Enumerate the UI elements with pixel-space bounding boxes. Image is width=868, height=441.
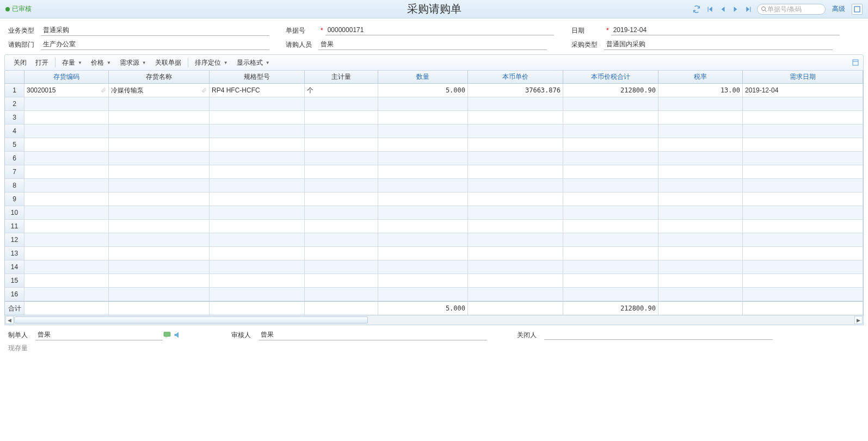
- cell-price[interactable]: [468, 206, 563, 219]
- cell-code[interactable]: [24, 192, 109, 206]
- cell-price[interactable]: [468, 260, 563, 274]
- header-name[interactable]: 存货名称: [109, 71, 210, 83]
- cell-qty[interactable]: [378, 125, 468, 138]
- cell-price[interactable]: [468, 179, 563, 192]
- header-qty[interactable]: 数量: [378, 71, 468, 83]
- cell-spec[interactable]: [210, 192, 305, 206]
- tb-sort[interactable]: 排序定位▼: [190, 57, 232, 69]
- scroll-left-icon[interactable]: ◀: [5, 316, 14, 324]
- cell-price[interactable]: [468, 192, 563, 206]
- cell-total[interactable]: [563, 138, 658, 151]
- cell-tax[interactable]: [658, 125, 743, 138]
- cell-tax[interactable]: [658, 192, 743, 206]
- cell-qty[interactable]: [378, 152, 468, 165]
- cell-name[interactable]: [109, 233, 210, 246]
- cell-name[interactable]: [109, 247, 210, 260]
- cell-tax[interactable]: [658, 165, 743, 178]
- cell-spec[interactable]: [210, 152, 305, 165]
- field-value[interactable]: 曾果: [318, 39, 547, 50]
- cell-unit[interactable]: [305, 111, 378, 124]
- cell-spec[interactable]: [210, 125, 305, 138]
- cell-qty[interactable]: [378, 260, 468, 274]
- tb-open[interactable]: 打开: [31, 57, 53, 69]
- field-value[interactable]: 曾果: [258, 330, 487, 340]
- expand-grid-icon[interactable]: [851, 58, 860, 67]
- cell-date[interactable]: [743, 125, 863, 138]
- cell-total[interactable]: [563, 179, 658, 192]
- cell-total[interactable]: [563, 97, 658, 110]
- cell-unit[interactable]: [305, 138, 378, 151]
- cell-qty[interactable]: [378, 247, 468, 260]
- field-value[interactable]: 普通国内采购: [604, 39, 833, 50]
- table-row[interactable]: 9: [5, 192, 863, 206]
- cell-date[interactable]: [743, 288, 863, 301]
- cell-tax[interactable]: [658, 152, 743, 165]
- cell-total[interactable]: [563, 111, 658, 124]
- cell-code[interactable]: [24, 260, 109, 274]
- cell-total[interactable]: [563, 274, 658, 287]
- cell-spec[interactable]: [210, 274, 305, 287]
- cell-spec[interactable]: [210, 220, 305, 233]
- cell-total[interactable]: [563, 192, 658, 206]
- cell-unit[interactable]: [305, 125, 378, 138]
- cell-qty[interactable]: [378, 206, 468, 219]
- cell-name[interactable]: [109, 206, 210, 219]
- scroll-right-icon[interactable]: ▶: [854, 316, 863, 324]
- cell-code[interactable]: [24, 247, 109, 260]
- cell-name[interactable]: [109, 138, 210, 151]
- cell-qty[interactable]: [378, 111, 468, 124]
- cell-tax[interactable]: [658, 97, 743, 110]
- header-unit[interactable]: 主计量: [305, 71, 378, 83]
- first-record-icon[interactable]: [705, 4, 715, 14]
- table-row[interactable]: 130020015冷媒传输泵RP4 HFC-HCFC个5.00037663.87…: [5, 84, 863, 97]
- cell-name[interactable]: [109, 288, 210, 301]
- cell-spec[interactable]: [210, 138, 305, 151]
- cell-unit[interactable]: [305, 152, 378, 165]
- cell-qty[interactable]: [378, 233, 468, 246]
- cell-date[interactable]: [743, 247, 863, 260]
- cell-tax[interactable]: [658, 233, 743, 246]
- table-row[interactable]: 11: [5, 220, 863, 233]
- cell-unit[interactable]: [305, 192, 378, 206]
- cell-date[interactable]: [743, 165, 863, 178]
- cell-unit[interactable]: [305, 97, 378, 110]
- cell-unit[interactable]: [305, 220, 378, 233]
- cell-unit[interactable]: [305, 165, 378, 178]
- table-row[interactable]: 10: [5, 206, 863, 220]
- cell-code[interactable]: [24, 288, 109, 301]
- cell-code[interactable]: [24, 97, 109, 110]
- cell-price[interactable]: [468, 247, 563, 260]
- cell-price[interactable]: [468, 97, 563, 110]
- search-box[interactable]: [757, 4, 826, 15]
- cell-unit[interactable]: [305, 233, 378, 246]
- table-row[interactable]: 3: [5, 111, 863, 125]
- cell-price[interactable]: 37663.876: [468, 84, 563, 97]
- cell-spec[interactable]: [210, 179, 305, 192]
- cell-date[interactable]: 2019-12-04: [743, 84, 863, 97]
- field-value[interactable]: 0000000171: [325, 26, 554, 35]
- cell-code[interactable]: [24, 206, 109, 219]
- advanced-search-link[interactable]: 高级: [832, 4, 845, 14]
- cell-spec[interactable]: [210, 233, 305, 246]
- cell-tax[interactable]: [658, 220, 743, 233]
- cell-qty[interactable]: [378, 288, 468, 301]
- cell-code[interactable]: [24, 179, 109, 192]
- field-value[interactable]: 曾果: [35, 330, 163, 340]
- table-row[interactable]: 16: [5, 288, 863, 301]
- cell-date[interactable]: [743, 111, 863, 124]
- horizontal-scrollbar[interactable]: ◀ ▶: [4, 315, 864, 325]
- header-code[interactable]: 存货编码: [24, 71, 109, 83]
- cell-spec[interactable]: [210, 206, 305, 219]
- cell-name[interactable]: [109, 192, 210, 206]
- cell-tax[interactable]: [658, 179, 743, 192]
- cell-code[interactable]: [24, 220, 109, 233]
- cell-unit[interactable]: 个: [305, 84, 378, 97]
- cell-date[interactable]: [743, 192, 863, 206]
- cell-date[interactable]: [743, 220, 863, 233]
- tb-price[interactable]: 价格▼: [87, 57, 115, 69]
- cell-qty[interactable]: [378, 192, 468, 206]
- cell-unit[interactable]: [305, 247, 378, 260]
- cell-date[interactable]: [743, 152, 863, 165]
- table-row[interactable]: 5: [5, 138, 863, 152]
- cell-spec[interactable]: [210, 247, 305, 260]
